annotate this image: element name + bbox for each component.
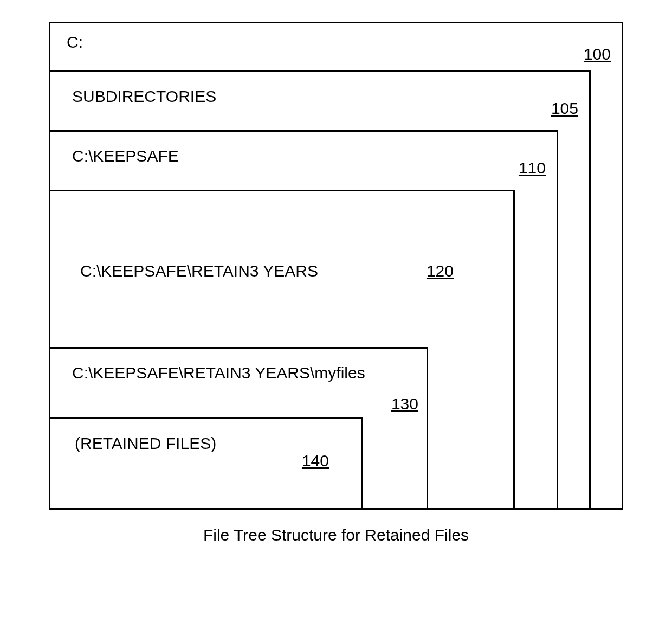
diagram-caption: File Tree Structure for Retained Files	[22, 526, 650, 544]
file-tree-diagram: C: 100 SUBDIRECTORIES 105 C:\KEEPSAFE 11…	[49, 22, 623, 510]
box-label: C:	[67, 33, 83, 52]
box-ref: 120	[427, 262, 454, 280]
box-ref: 130	[391, 395, 418, 413]
box-ref: 140	[302, 452, 329, 470]
box-label: C:\KEEPSAFE\RETAIN3 YEARS\myfiles	[72, 364, 365, 382]
box-label: SUBDIRECTORIES	[72, 87, 216, 106]
box-ref: 100	[584, 45, 611, 63]
box-retained-files: (RETAINED FILES) 140	[49, 417, 363, 510]
box-ref: 105	[551, 99, 578, 118]
box-label: C:\KEEPSAFE	[72, 147, 179, 165]
box-label: C:\KEEPSAFE\RETAIN3 YEARS	[80, 262, 318, 280]
box-label: (RETAINED FILES)	[75, 434, 216, 453]
box-ref: 110	[519, 159, 546, 177]
